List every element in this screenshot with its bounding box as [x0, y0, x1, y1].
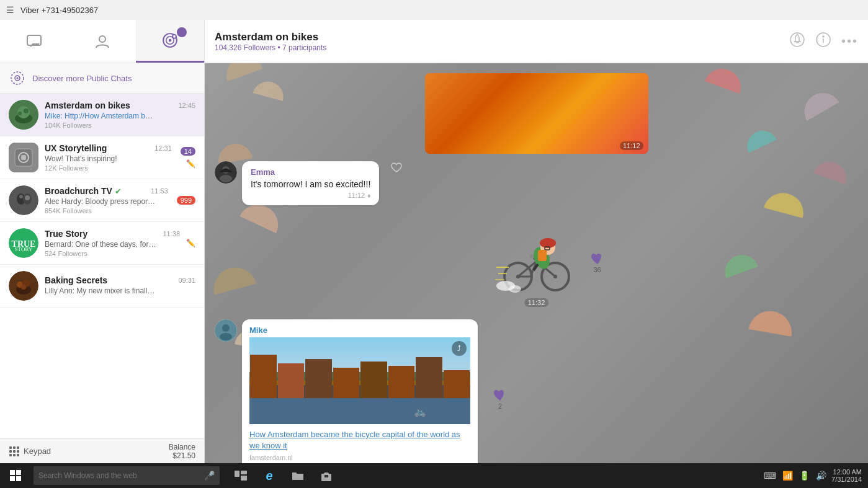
svg-point-41	[790, 33, 804, 47]
clock-date: 7/31/2014	[831, 476, 862, 483]
notifications-button[interactable]	[789, 32, 805, 51]
emma-avatar	[215, 161, 237, 184]
followers-count: 104,326 Followers	[215, 43, 275, 52]
svg-point-14	[24, 109, 29, 113]
chat-followers-amsterdam: 104K Followers	[45, 122, 195, 129]
link-domain: Iamsterdam.nl	[249, 454, 470, 461]
svg-point-9	[17, 78, 19, 79]
svg-rect-33	[13, 446, 16, 449]
microphone-icon[interactable]: 🎤	[204, 471, 215, 481]
draft-icon-truestory: ✏️	[186, 239, 195, 247]
chat-item-broadchurch[interactable]: Broadchurch TV ✔ 11:53 Alec Hardy: Blood…	[0, 179, 204, 222]
svg-rect-75	[10, 470, 15, 475]
search-input[interactable]	[38, 471, 200, 480]
svg-rect-18	[21, 155, 26, 160]
discover-banner[interactable]: Discover more Public Chats	[0, 63, 204, 94]
svg-rect-77	[10, 476, 15, 481]
taskbar-apps: e	[227, 463, 340, 488]
chat-item-ux[interactable]: UX Storytelling 12:31 Wow! That's inspir…	[0, 136, 204, 179]
hamburger-icon[interactable]: ☰	[6, 5, 14, 15]
balance-value: $21.50	[169, 451, 195, 460]
sticker-like-count: 36	[593, 266, 601, 273]
svg-rect-80	[241, 471, 247, 474]
app-title: Viber +731-49502367	[20, 6, 98, 15]
chat-time-truestory: 11:38	[163, 230, 180, 237]
chat-item-baking[interactable]: Baking Secrets 09:31 Lilly Ann: My new m…	[0, 265, 204, 308]
tab-contacts[interactable]	[68, 20, 136, 63]
svg-rect-40	[17, 454, 19, 456]
food-image	[425, 73, 648, 154]
person-icon	[91, 30, 114, 53]
mike-like-button[interactable]: 2	[493, 388, 508, 410]
svg-rect-66	[538, 250, 547, 261]
avatar-baking	[9, 271, 38, 301]
taskbar-system-icons: ⌨ 📶 🔋 🔊	[764, 471, 826, 481]
svg-point-6	[173, 35, 176, 38]
svg-rect-83	[324, 475, 328, 477]
wifi-icon[interactable]: 📶	[782, 471, 793, 481]
chat-header-info: Amsterdam on bikes 104,326 Followers • 7…	[215, 31, 789, 52]
emma-sender-name: Emma	[251, 167, 370, 177]
app-container: Discover more Public Chats Amste	[0, 20, 868, 463]
chat-header-sub: 104,326 Followers • 7 participants	[215, 43, 789, 52]
chat-preview-broadchurch: Alec Hardy: Bloody press reporters. Elli…	[45, 197, 156, 206]
chat-followers-broadchurch: 854K Followers	[45, 207, 168, 215]
svg-text:STORY: STORY	[15, 246, 33, 252]
header-actions: •••	[789, 32, 858, 51]
more-options-button[interactable]: •••	[841, 34, 858, 48]
tab-bar	[0, 20, 204, 63]
chat-time-baking: 09:31	[178, 277, 195, 284]
emma-message-text: It's tomorrow! I am so excited!!!	[251, 179, 370, 189]
search-bar[interactable]: 🎤	[34, 466, 220, 485]
mike-sender-name: Mike	[249, 326, 470, 335]
chat-item-truestory[interactable]: TRUE STORY True Story 11:38 Bernard: One…	[0, 222, 204, 265]
volume-icon[interactable]: 🔊	[816, 471, 826, 481]
svg-rect-32	[9, 446, 12, 449]
chat-area: Amsterdam on bikes 104,326 Followers • 7…	[205, 20, 868, 463]
discover-icon	[9, 69, 26, 87]
chat-time-amsterdam: 12:45	[178, 102, 195, 109]
mike-avatar	[215, 319, 237, 342]
chat-info-baking: Baking Secrets 09:31 Lilly Ann: My new m…	[45, 275, 195, 296]
start-button[interactable]	[0, 463, 31, 488]
sidebar-bottom-bar: Keypad Balance $21.50	[0, 438, 204, 463]
balance-display: Balance $21.50	[169, 443, 195, 460]
participants-link[interactable]: 7 participants	[282, 43, 326, 52]
info-button[interactable]	[815, 32, 831, 51]
avatar-amsterdam	[9, 100, 38, 130]
battery-icon[interactable]: 🔋	[799, 471, 810, 481]
keyboard-icon[interactable]: ⌨	[764, 471, 776, 481]
svg-point-71	[509, 285, 521, 293]
sticker-image	[493, 218, 580, 304]
amsterdam-canal-image: 🚲 ⤴	[249, 337, 470, 424]
taskbar-store[interactable]	[313, 463, 340, 488]
svg-rect-39	[13, 454, 16, 456]
svg-point-13	[18, 112, 22, 115]
svg-point-4	[169, 39, 172, 42]
svg-rect-38	[9, 454, 12, 456]
sticker-like-button[interactable]: 36	[590, 251, 605, 273]
svg-rect-34	[17, 446, 19, 449]
tab-public[interactable]	[136, 20, 204, 63]
messages-area[interactable]: 11:12 Emma It's tomo	[205, 63, 868, 463]
link-title[interactable]: How Amsterdam became the bicycle capital…	[249, 429, 470, 451]
keypad-button[interactable]: Keypad	[9, 446, 51, 457]
svg-point-22	[19, 195, 23, 198]
taskbar-explorer[interactable]	[284, 463, 311, 488]
tab-chats[interactable]	[0, 20, 68, 63]
chat-preview-amsterdam: Mike: Http://How Amsterdam became the bi…	[45, 112, 156, 120]
taskbar-task-view[interactable]	[227, 463, 254, 488]
emma-like-button[interactable]	[390, 161, 403, 174]
chat-name-broadchurch: Broadchurch TV	[45, 186, 112, 196]
chat-info-truestory: True Story 11:38 Bernard: One of these d…	[45, 229, 180, 257]
verified-icon-broadchurch: ✔	[115, 187, 122, 196]
chat-item-amsterdam[interactable]: Amsterdam on bikes 12:45 Mike: Http://Ho…	[0, 94, 204, 136]
svg-point-73	[222, 324, 230, 332]
taskbar-edge[interactable]: e	[256, 463, 283, 488]
svg-rect-37	[17, 450, 19, 453]
svg-rect-76	[16, 470, 21, 475]
chat-icon	[23, 30, 45, 53]
food-image-message: 11:12	[425, 73, 648, 154]
ux-badge: 14	[181, 147, 195, 156]
svg-point-44	[823, 36, 824, 37]
